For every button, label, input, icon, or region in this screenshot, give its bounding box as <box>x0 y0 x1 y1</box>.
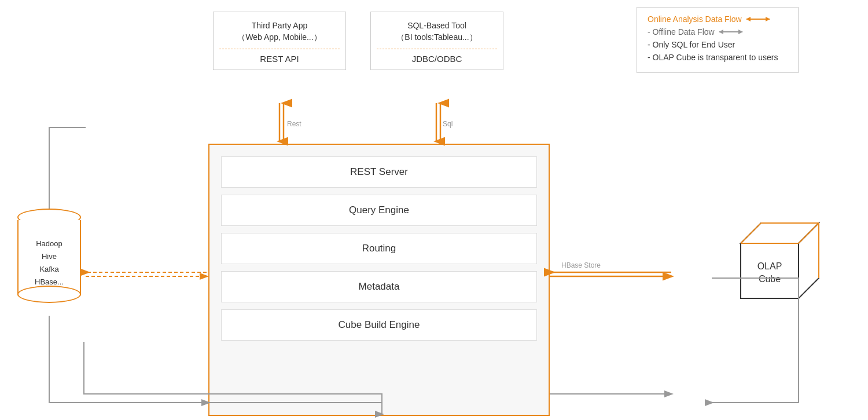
third-party-title: Third Party App（Web App, Mobile...） <box>219 20 340 43</box>
sql-tool-box: SQL-Based Tool（BI tools:Tableau...） JDBC… <box>370 12 503 70</box>
legend-olap: - OLAP Cube is transparent to users <box>648 53 788 62</box>
query-engine-module: Query Engine <box>221 195 537 226</box>
offline-arrow-icon <box>719 31 742 32</box>
legend-online: Online Analysis Data Flow <box>648 14 788 24</box>
offline-label: - Offline Data Flow <box>648 27 715 36</box>
online-arrow-icon <box>746 19 770 20</box>
legend-offline: - Offline Data Flow <box>648 27 788 36</box>
hadoop-cylinder: Hadoop Hive Kafka HBase... <box>17 209 81 301</box>
rest-server-module: REST Server <box>221 156 537 188</box>
olap-cube-wrapper: OLAP Cube <box>729 209 816 295</box>
svg-text:OLAP: OLAP <box>757 261 782 271</box>
diagram-container: Online Analysis Data Flow - Offline Data… <box>0 0 868 420</box>
svg-text:Cube: Cube <box>759 274 781 284</box>
cylinder-bottom <box>17 286 81 303</box>
legend-box: Online Analysis Data Flow - Offline Data… <box>637 7 799 73</box>
routing-module: Routing <box>221 233 537 264</box>
svg-text:Rest: Rest <box>287 120 301 128</box>
svg-text:HBase Store: HBase Store <box>561 261 601 269</box>
hadoop-group: Hadoop Hive Kafka HBase... <box>17 209 81 301</box>
svg-text:Sql: Sql <box>443 120 453 128</box>
olap-group: OLAP Cube <box>729 209 816 295</box>
metadata-module: Metadata <box>221 271 537 302</box>
cube-build-engine-module: Cube Build Engine <box>221 309 537 341</box>
cylinder-body: Hadoop Hive Kafka HBase... <box>17 220 81 295</box>
legend-sql: - Only SQL for End User <box>648 40 788 49</box>
hadoop-labels: Hadoop Hive Kafka HBase... <box>19 220 80 288</box>
olap-cube-icon: OLAP Cube <box>729 209 822 307</box>
third-party-box: Third Party App（Web App, Mobile...） REST… <box>213 12 346 70</box>
sql-tool-title: SQL-Based Tool（BI tools:Tableau...） <box>377 20 497 43</box>
olap-transparent-label: - OLAP Cube is transparent to users <box>648 53 778 62</box>
kylin-box: REST Server Query Engine Routing Metadat… <box>208 144 550 416</box>
jdbc-odbc-label: JDBC/ODBC <box>377 54 497 64</box>
rest-api-label: REST API <box>219 54 340 64</box>
sql-label: - Only SQL for End User <box>648 40 735 49</box>
online-label: Online Analysis Data Flow <box>648 14 742 24</box>
